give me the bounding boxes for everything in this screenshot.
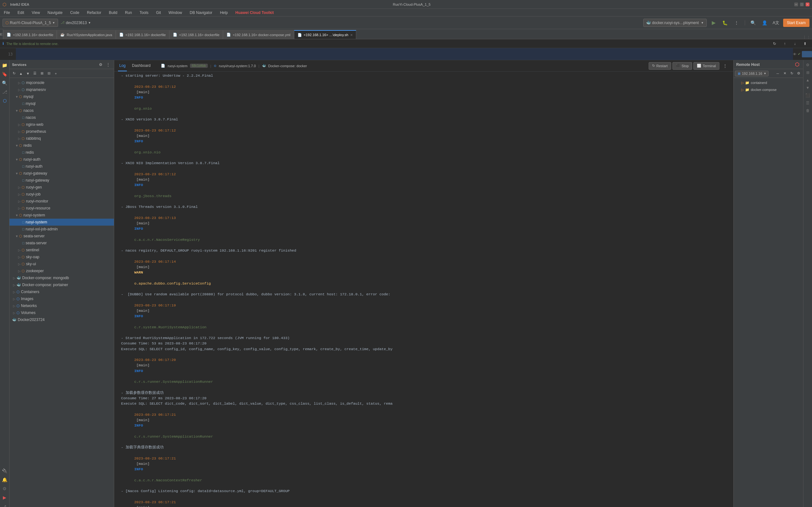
eye-icon[interactable]: 👁 <box>793 52 797 56</box>
remote-settings-button[interactable]: ⚙ <box>796 70 802 77</box>
sidebar-icon-plugins[interactable]: 🔌 <box>1 467 9 475</box>
rt-settings-btn[interactable]: ⚙ <box>804 61 811 68</box>
service-item-ruoyi-auth[interactable]: □ ruoyi-auth <box>9 163 114 170</box>
check-icon[interactable]: ✔ <box>798 52 801 56</box>
menu-git[interactable]: Git <box>155 10 162 15</box>
maximize-button[interactable]: □ <box>800 3 804 6</box>
service-item-redis[interactable]: □ redis <box>9 149 114 156</box>
log-tab-log[interactable]: Log <box>118 60 127 71</box>
start-exam-button[interactable]: Start Exam <box>783 19 809 27</box>
service-item-docker2023724[interactable]: 🐳 Docker2023724 <box>9 316 114 323</box>
run-button[interactable]: ▶ <box>709 18 718 27</box>
service-item-ruoyi-system[interactable]: □ ruoyi-system <box>9 219 114 226</box>
remote-refresh-button[interactable]: ↻ <box>789 70 795 77</box>
remote-item-containerd[interactable]: ▷ 📁 containerd <box>734 79 803 86</box>
services-group-button[interactable]: ⊟ <box>46 70 52 77</box>
sidebar-icon-tiktok[interactable]: ▶ <box>1 494 9 501</box>
menu-huawei[interactable]: Huawei Cloud Toolkit <box>234 10 275 15</box>
service-item-ruoyi-job[interactable]: ▷ ⬡ ruoyi-job <box>9 191 114 198</box>
menu-refactor[interactable]: Refactor <box>86 10 102 15</box>
log-content[interactable]: - starting server: Undertow - 2.2.24.Fin… <box>114 72 733 507</box>
sidebar-icon-share[interactable]: ↗ <box>1 503 9 507</box>
service-item-ruoyi-gateway[interactable]: □ ruoyi-gateway <box>9 177 114 184</box>
service-item-seata[interactable]: □ seata-server <box>9 239 114 246</box>
service-item-mysql[interactable]: □ mysql <box>9 100 114 107</box>
file-tab-4[interactable]: 📄 <192.168.1.16> docker-compose.yml <box>223 30 294 39</box>
service-item-zookeeper[interactable]: ▷ ⬡ zookeeper <box>9 268 114 274</box>
rt-list-btn[interactable]: ☰ <box>804 100 811 107</box>
services-refresh-button[interactable]: ↻ <box>11 70 17 77</box>
menu-tools[interactable]: Tools <box>138 10 150 15</box>
service-item-ruoyi-xxl[interactable]: □ ruoyi-xxl-job-admin <box>9 226 114 233</box>
service-item-nginx[interactable]: ▷ ⬡ nginx-web <box>9 121 114 128</box>
service-group-ruoyi-auth[interactable]: ▼ ⬡ ruoyi-auth <box>9 156 114 163</box>
menu-edit[interactable]: Edit <box>16 10 26 15</box>
services-filter-button[interactable]: ☰ <box>32 70 38 77</box>
service-item-rabbitmq[interactable]: ▷ ⬡ rabbitmq <box>9 135 114 142</box>
file-tab-3[interactable]: 📄 <192.168.1.16> dockerfile <box>169 30 223 39</box>
service-group-ruoyi-gateway[interactable]: ▼ ⬡ ruoyi-gateway <box>9 170 114 177</box>
branch-selector[interactable]: ⎇ dev2023613 ▼ <box>61 20 91 25</box>
services-up-button[interactable]: ▲ <box>18 70 24 77</box>
remote-close-button[interactable]: ✕ <box>781 70 788 77</box>
service-group-seata[interactable]: ▼ ⬡ seata-server <box>9 233 114 239</box>
sidebar-icon-notifications[interactable]: 🔔 <box>1 476 9 484</box>
log-tab-dashboard[interactable]: Dashboard <box>131 60 152 71</box>
tabs-overflow-button[interactable]: ⋮ <box>804 36 812 39</box>
rt-trash-btn[interactable]: 🗑 <box>804 107 811 114</box>
remote-ip-selector[interactable]: 🖥 192.168.1.16 ▼ <box>735 71 768 76</box>
project-selector[interactable]: ⬡ RuoYi-Cloud-PlusA_1_5 ▼ <box>3 19 58 27</box>
run-config-selector[interactable]: 🐳 docker.ruoyi-sys…ployment ▼ <box>643 19 707 27</box>
menu-view[interactable]: View <box>31 10 41 15</box>
info-more-button[interactable]: ⬆ <box>801 39 809 48</box>
service-item-portainer[interactable]: ▷ 🐳 Docker-compose: portainer <box>9 281 114 288</box>
services-settings-button[interactable]: ⚙ <box>97 61 104 68</box>
sidebar-icon-services[interactable]: ⬡ <box>1 97 9 105</box>
service-item-sky-oap[interactable]: ▷ ⬡ sky-oap <box>9 253 114 261</box>
menu-dbnavigator[interactable]: DB Navigator <box>189 10 213 15</box>
rt-down-btn[interactable]: ▼ <box>804 84 811 91</box>
menu-help[interactable]: Help <box>218 10 229 15</box>
services-down-button[interactable]: ▼ <box>25 70 31 77</box>
restart-button[interactable]: ↻ Restart <box>649 62 671 70</box>
services-more-button[interactable]: ⋮ <box>105 61 111 68</box>
service-group-nacos[interactable]: ▼ ⬡ nacos <box>9 107 114 114</box>
sidebar-icon-bookmark[interactable]: 🔖 <box>1 70 9 78</box>
rt-up-btn[interactable]: ▲ <box>804 77 811 83</box>
menu-code[interactable]: Code <box>69 10 81 15</box>
menu-window[interactable]: Window <box>167 10 183 15</box>
services-layout-button[interactable]: ⊞ <box>39 70 45 77</box>
services-add-button[interactable]: + <box>53 70 59 77</box>
log-more-button[interactable]: ⋮ <box>721 61 729 70</box>
service-item-volumes[interactable]: ▷ ⬡ Volumes <box>9 309 114 316</box>
service-item-networks[interactable]: ▷ ⬡ Networks <box>9 302 114 309</box>
upload-button[interactable]: ↑ <box>780 39 789 48</box>
service-item-images[interactable]: ▷ ⬡ Images <box>9 295 114 302</box>
menu-build[interactable]: Build <box>107 10 119 15</box>
service-item-ruoyi-resource[interactable]: ▷ ⬡ ruoyi-resource <box>9 205 114 212</box>
file-tab-1[interactable]: ☕ RuoYiSystemApplication.java <box>57 30 115 39</box>
service-group-mysql[interactable]: ▼ ⬡ mysql <box>9 93 114 100</box>
remote-item-docker-compose[interactable]: ▷ 📁 docker-compose <box>734 86 803 93</box>
menu-navigate[interactable]: Navigate <box>46 10 64 15</box>
close-button[interactable]: ✕ <box>806 3 809 6</box>
file-tab-5[interactable]: 📄 <192.168.1.16> …\deploy.sh ✕ <box>294 30 356 39</box>
sidebar-icon-git[interactable]: ⎇ <box>1 88 9 96</box>
service-group-ruoyi-system[interactable]: ▼ ⬡ ruoyi-system <box>9 212 114 219</box>
more-run-button[interactable]: ⋮ <box>732 18 741 27</box>
service-item-prometheus[interactable]: ▷ ⬡ prometheus <box>9 128 114 135</box>
debug-button[interactable]: 🐛 <box>721 18 729 27</box>
remote-minimize-button[interactable]: ─ <box>774 70 781 77</box>
rt-layout-btn[interactable]: ⊞ <box>804 69 811 76</box>
search-everywhere-button[interactable]: 🔍 <box>749 18 758 27</box>
service-item-mqconsole[interactable]: ▷ ⬡ mqconsole <box>9 79 114 86</box>
sidebar-icon-project[interactable]: 📁 <box>1 61 9 69</box>
tab-close-5[interactable]: ✕ <box>350 33 353 37</box>
sync-button[interactable]: ↻ <box>770 39 779 48</box>
translate-button[interactable]: A文 <box>772 18 780 27</box>
file-tab-0[interactable]: 📄 <192.168.1.16> dockerfile <box>3 30 57 39</box>
service-item-sentinel[interactable]: ▷ ⬡ sentinel <box>9 246 114 253</box>
sidebar-icon-settings[interactable]: ⚙ <box>1 485 9 493</box>
user-button[interactable]: 👤 <box>760 18 769 27</box>
service-item-ruoyi-gen[interactable]: ▷ ⬡ ruoyi-gen <box>9 184 114 191</box>
